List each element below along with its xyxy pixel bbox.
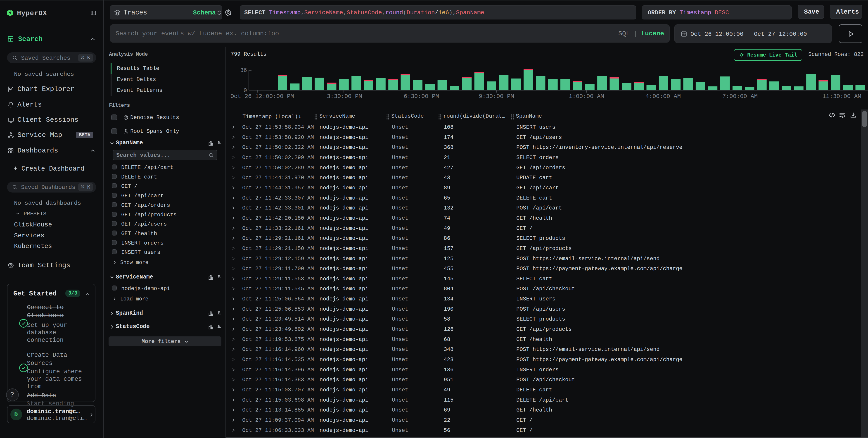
svg-text:4:00:00 AM: 4:00:00 AM bbox=[646, 93, 681, 100]
svg-text:7:00:00 AM: 7:00:00 AM bbox=[722, 93, 757, 100]
svg-text:6:30:00 PM: 6:30:00 PM bbox=[404, 93, 439, 100]
svg-text:9:30:00 PM: 9:30:00 PM bbox=[479, 93, 514, 100]
svg-text:1:00:00 AM: 1:00:00 AM bbox=[569, 93, 604, 100]
svg-text:3:30:00 PM: 3:30:00 PM bbox=[327, 93, 362, 100]
svg-text:Oct 26 12:00:00 PM: Oct 26 12:00:00 PM bbox=[230, 93, 294, 100]
svg-text:36: 36 bbox=[240, 67, 247, 74]
svg-text:11:30:00 AM: 11:30:00 AM bbox=[822, 93, 861, 100]
